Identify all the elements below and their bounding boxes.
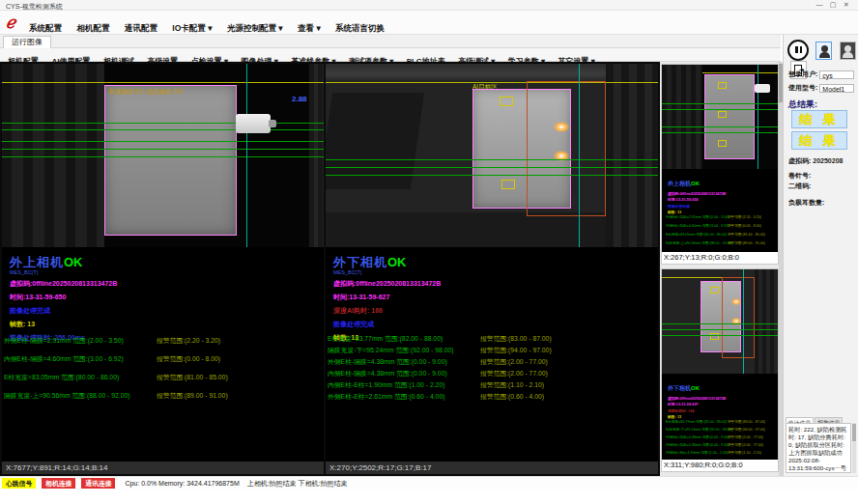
measure-row: E柱宽度=83.05mm 范围:(80.00 - 86.00) <box>666 233 727 237</box>
menu-system-config[interactable]: 系统配置 <box>29 23 62 33</box>
result-ok: OK <box>691 181 700 186</box>
tab-run-image[interactable]: 运行图像 <box>3 36 51 48</box>
pixel-status-lower: X:270;Y:2502;R:17;G:17;B:17 <box>326 462 658 474</box>
preview-panel-upper[interactable]: 外上相机OK 虚拟码:0ffline2025020813313472B 时间:1… <box>661 64 779 265</box>
measure-row: 外侧E柱-E柱=2.61mm 范围:(0.60 - 4.00) <box>328 392 444 402</box>
result-text-lower: 外下相机OK MES_BC(T) 虚拟码:0ffline202502081331… <box>326 247 658 462</box>
toolbar: 相机配置 AI使用配置 相机调试 高级设置 点检设置 ▾ 图像处理 ▾ 基准线参… <box>0 48 781 62</box>
alarm-range: 报警范围:(1.10 - 2.10) <box>728 451 761 455</box>
done-text: 图像处理完成 <box>333 320 658 329</box>
camera-title: 外上相机 <box>10 255 64 269</box>
edge-line <box>579 64 580 247</box>
measure-row: 外侧E柱-隔膜=4.38mm 范围:(0.00 - 9.00) <box>666 435 729 439</box>
preview-panel-lower[interactable]: 外下相机OK 虚拟码:0ffline2025020813313472B 时间:1… <box>661 268 779 472</box>
menu-comm-config[interactable]: 通讯配置 <box>125 23 157 33</box>
camera-image-lower[interactable]: AI目标区 <box>326 64 658 247</box>
baseline <box>2 141 324 142</box>
statistics-log[interactable]: 耗时: 222, 缺陷检测耗时: 17, 缺陷分类耗时: 0, 缺陷抓取分区耗时… <box>786 423 851 473</box>
barcode-text: 虚拟码:0ffline2025020813313472B <box>10 279 324 289</box>
title-bar: CYS-视觉检测系统 —▢✕ <box>0 0 858 11</box>
measure-row: 内侧E柱-E柱=1.90mm 范围:(1.00 - 2.20) <box>328 380 444 390</box>
ai-time-text: 深度AI耗时: 166 <box>668 408 778 413</box>
measure-row: 隔膜宽度-下=95.24mm 范围:(92.00 - 98.00) <box>328 346 454 355</box>
time-text: 时间:13-31-59-627 <box>333 293 658 302</box>
measure-row: 外侧E柱-隔膜=2.91mm 范围:(2.00 - 3.50) <box>4 336 124 346</box>
minimize-button[interactable]: — <box>814 1 827 8</box>
connector-part <box>236 114 271 133</box>
pixel-status-upper: X:7677;Y:891;R:14;G:14;B:14 <box>2 462 324 474</box>
ai-roi-box <box>527 81 606 216</box>
model-field[interactable]: Model1 <box>819 84 854 93</box>
alarm-range: 报警范围:(2.00 - 77.00) <box>728 443 763 447</box>
camera-title: 外下相机 <box>668 385 691 391</box>
machine-texture <box>606 64 658 247</box>
pixel-status-preview-upper: X:267;Y:13;R:0;G:0;B:0 <box>662 252 778 264</box>
measure-row: 内侧E柱-E柱=1.90mm 范围:(1.00 - 2.20) <box>666 451 728 455</box>
cell-region <box>104 85 237 236</box>
app-window: CYS-视觉检测系统 —▢✕ ℯ 系统配置 相机配置 通讯配置 IO卡配置 ▾ … <box>0 0 858 504</box>
close-button[interactable]: ✕ <box>841 1 854 9</box>
measure-row: E柱宽度=83.05mm 范围:(80.00 - 86.00) <box>4 373 119 382</box>
control-sidebar: 登录用户: cys 使用型号: Model1 总结果: 结 果 结 果 虚拟码:… <box>783 35 858 476</box>
time-text: 时间:13-31-59-650 <box>668 197 778 202</box>
maximize-button[interactable]: ▢ <box>827 1 841 9</box>
result-text-upper: 外上相机OK MES_BC(T) 虚拟码:0ffline202502081331… <box>2 247 324 462</box>
alarm-range: 报警范围:(94.00 - 97.00) <box>728 428 765 432</box>
app-logo-icon: ℯ <box>6 13 15 33</box>
menu-language[interactable]: 系统语言切换 <box>335 23 385 33</box>
detect-box <box>501 180 515 189</box>
virtual-code-label: 虚拟码: 20250208 <box>788 156 843 166</box>
measure-row: 隔膜宽度-上=90.56mm 范围:(88.00 - 92.00) <box>666 241 732 245</box>
measure-row: 隔膜宽度-上=90.56mm 范围:(88.00 - 92.00) <box>4 391 130 401</box>
user-switch-button[interactable] <box>815 42 832 60</box>
baseline <box>2 156 324 157</box>
menu-camera-config[interactable]: 相机配置 <box>76 23 109 33</box>
cell-region <box>704 74 755 159</box>
alarm-range: 报警范围:(2.20 - 3.20) <box>157 336 220 346</box>
barcode-text: 虚拟码:0ffline2025020813313472B <box>668 191 778 196</box>
stats-scrollbar[interactable] <box>852 423 856 473</box>
alarm-range: 报警范围:(0.60 - 4.00) <box>480 392 544 402</box>
preview-column: 外上相机OK 虚拟码:0ffline2025020813313472B 时间:1… <box>660 62 783 476</box>
measure-row: E柱宽度=83.77mm 范围:(82.00 - 88.00) <box>666 420 727 424</box>
baseline <box>2 129 324 130</box>
baseline <box>2 149 324 150</box>
measure-row: E柱宽度=83.77mm 范围:(82.00 - 88.00) <box>328 334 443 344</box>
menu-view[interactable]: 查看 ▾ <box>298 23 321 33</box>
edge-line <box>246 64 247 247</box>
camera-image-upper[interactable]: 灰度阈值:93, 动态阈值:100 2.88 <box>2 64 324 247</box>
ai-time-text: 深度AI耗时: 166 <box>333 306 658 316</box>
menu-light-config[interactable]: 光源控制配置 ▾ <box>227 23 283 33</box>
baseline <box>326 175 658 176</box>
result-badge-upper: 结 果 <box>791 110 847 128</box>
pixel-status-preview-lower: X:311;Y:980;R:0;G:0;B:0 <box>662 460 778 471</box>
measure-row: 内侧E柱-隔膜=4.38mm 范围:(0.00 - 9.00) <box>328 369 447 378</box>
camera-panel-upper: 灰度阈值:93, 动态阈值:100 2.88 外上相机OK MES_BC(T) … <box>2 64 324 474</box>
camera-capture-text: 上相机:拍照结束 下相机:拍照结束 <box>247 480 348 487</box>
machine-texture <box>309 64 324 247</box>
measure-row: 隔膜宽度-下=95.24mm 范围:(92.00 - 98.00) <box>666 428 732 432</box>
alarm-range: 报警范围:(81.00 - 85.00) <box>728 233 765 237</box>
pause-button[interactable] <box>787 40 809 61</box>
connector-part <box>755 84 770 93</box>
frames-text: 帧数: 13 <box>668 210 778 214</box>
user-button[interactable] <box>840 42 856 60</box>
barcode-text: 虚拟码:0ffline2025020813313472B <box>333 279 658 289</box>
alarm-range: 报警范围:(2.00 - 77.00) <box>728 435 763 439</box>
menu-io-config[interactable]: IO卡配置 ▾ <box>172 23 212 33</box>
bright-spot <box>554 122 569 132</box>
baseline <box>326 167 658 168</box>
measure-row: 内侧E柱-隔膜=4.60mm 范围:(3.00 - 6.92) <box>666 224 729 228</box>
result-badge-lower: 结 果 <box>791 131 847 150</box>
neg-tab-count-label: 负极耳数量: <box>788 198 824 208</box>
alarm-range: 报警范围:(0.00 - 8.00) <box>157 354 220 364</box>
camera-connect-badge: 相机连接 <box>42 478 75 489</box>
done-text: 图像处理完成 <box>10 306 324 316</box>
login-user-field[interactable]: cys <box>819 70 854 79</box>
frames-text: 帧数: 13 <box>10 320 324 329</box>
measure-row: 外侧E柱-隔膜=2.91mm 范围:(2.00 - 3.50) <box>666 215 729 219</box>
alarm-range: 报警范围:(83.00 - 87.00) <box>728 420 765 424</box>
alarm-range: 报警范围:(81.00 - 85.00) <box>157 373 228 382</box>
measure-row: 内侧E柱-隔膜=4.60mm 范围:(3.00 - 6.92) <box>4 354 124 364</box>
camera-title: 外上相机 <box>668 181 691 186</box>
